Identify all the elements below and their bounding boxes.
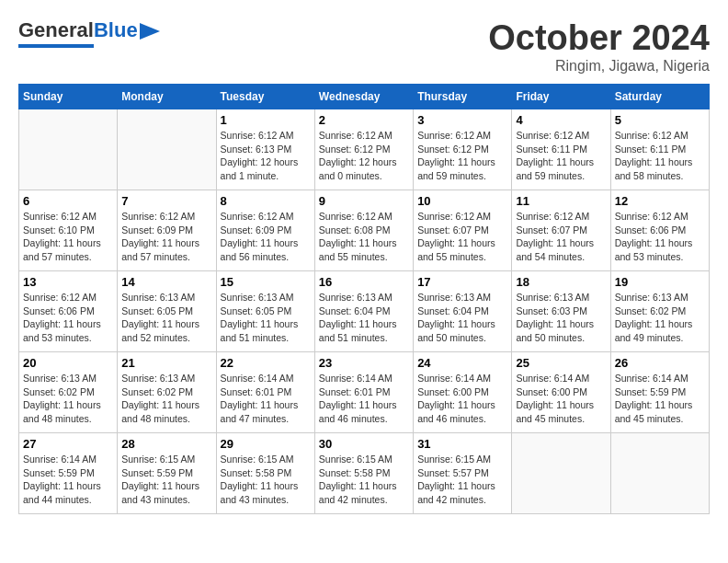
calendar-cell xyxy=(512,433,610,514)
calendar-header-row: SundayMondayTuesdayWednesdayThursdayFrid… xyxy=(19,85,710,109)
day-info: Sunrise: 6:12 AM Sunset: 6:08 PM Dayligh… xyxy=(319,210,409,264)
day-number: 20 xyxy=(23,356,113,370)
day-header-monday: Monday xyxy=(118,85,216,109)
day-number: 21 xyxy=(121,356,211,370)
day-number: 17 xyxy=(417,275,507,289)
calendar-cell: 7Sunrise: 6:12 AM Sunset: 6:09 PM Daylig… xyxy=(118,190,216,271)
day-info: Sunrise: 6:13 AM Sunset: 6:02 PM Dayligh… xyxy=(615,291,705,345)
day-number: 13 xyxy=(23,275,113,289)
day-number: 9 xyxy=(319,194,409,208)
calendar-week-row: 6Sunrise: 6:12 AM Sunset: 6:10 PM Daylig… xyxy=(19,190,710,271)
day-number: 24 xyxy=(417,356,507,370)
day-info: Sunrise: 6:12 AM Sunset: 6:12 PM Dayligh… xyxy=(319,129,409,183)
day-number: 18 xyxy=(516,275,606,289)
day-info: Sunrise: 6:14 AM Sunset: 6:01 PM Dayligh… xyxy=(319,372,409,426)
day-info: Sunrise: 6:13 AM Sunset: 6:02 PM Dayligh… xyxy=(23,372,113,426)
calendar-cell: 17Sunrise: 6:13 AM Sunset: 6:04 PM Dayli… xyxy=(414,271,512,352)
page-header: General Blue October 2024 Ringim, Jigawa… xyxy=(18,18,710,75)
day-header-wednesday: Wednesday xyxy=(314,85,413,109)
day-number: 8 xyxy=(221,194,311,208)
day-number: 27 xyxy=(23,437,113,451)
day-header-sunday: Sunday xyxy=(19,85,118,109)
logo-underline xyxy=(18,44,94,48)
calendar-cell: 6Sunrise: 6:12 AM Sunset: 6:10 PM Daylig… xyxy=(19,190,118,271)
day-info: Sunrise: 6:15 AM Sunset: 5:59 PM Dayligh… xyxy=(121,453,211,507)
day-number: 25 xyxy=(516,356,606,370)
day-info: Sunrise: 6:13 AM Sunset: 6:02 PM Dayligh… xyxy=(121,372,211,426)
day-number: 6 xyxy=(23,194,113,208)
calendar-cell: 10Sunrise: 6:12 AM Sunset: 6:07 PM Dayli… xyxy=(414,190,512,271)
calendar-cell: 28Sunrise: 6:15 AM Sunset: 5:59 PM Dayli… xyxy=(118,433,216,514)
calendar-cell: 5Sunrise: 6:12 AM Sunset: 6:11 PM Daylig… xyxy=(610,109,709,190)
calendar-cell: 15Sunrise: 6:13 AM Sunset: 6:05 PM Dayli… xyxy=(216,271,314,352)
calendar-cell: 30Sunrise: 6:15 AM Sunset: 5:58 PM Dayli… xyxy=(314,433,413,514)
calendar-week-row: 27Sunrise: 6:14 AM Sunset: 5:59 PM Dayli… xyxy=(19,433,710,514)
day-number: 3 xyxy=(417,113,507,127)
day-info: Sunrise: 6:12 AM Sunset: 6:09 PM Dayligh… xyxy=(121,210,211,264)
calendar-cell: 18Sunrise: 6:13 AM Sunset: 6:03 PM Dayli… xyxy=(512,271,610,352)
calendar-cell: 14Sunrise: 6:13 AM Sunset: 6:05 PM Dayli… xyxy=(118,271,216,352)
calendar-cell: 8Sunrise: 6:12 AM Sunset: 6:09 PM Daylig… xyxy=(216,190,314,271)
calendar-cell: 26Sunrise: 6:14 AM Sunset: 5:59 PM Dayli… xyxy=(610,352,709,433)
day-header-saturday: Saturday xyxy=(610,85,709,109)
day-number: 11 xyxy=(516,194,606,208)
day-number: 1 xyxy=(221,113,311,127)
day-info: Sunrise: 6:14 AM Sunset: 6:00 PM Dayligh… xyxy=(417,372,507,426)
calendar-cell: 2Sunrise: 6:12 AM Sunset: 6:12 PM Daylig… xyxy=(314,109,413,190)
logo: General Blue xyxy=(18,18,160,48)
calendar-table: SundayMondayTuesdayWednesdayThursdayFrid… xyxy=(18,84,710,514)
title-area: October 2024 Ringim, Jigawa, Nigeria xyxy=(488,18,710,75)
svg-marker-0 xyxy=(140,23,160,40)
day-header-tuesday: Tuesday xyxy=(216,85,314,109)
day-info: Sunrise: 6:14 AM Sunset: 6:00 PM Dayligh… xyxy=(516,372,606,426)
calendar-cell: 16Sunrise: 6:13 AM Sunset: 6:04 PM Dayli… xyxy=(314,271,413,352)
day-info: Sunrise: 6:15 AM Sunset: 5:58 PM Dayligh… xyxy=(221,453,311,507)
day-info: Sunrise: 6:12 AM Sunset: 6:06 PM Dayligh… xyxy=(615,210,705,264)
calendar-week-row: 20Sunrise: 6:13 AM Sunset: 6:02 PM Dayli… xyxy=(19,352,710,433)
calendar-cell: 29Sunrise: 6:15 AM Sunset: 5:58 PM Dayli… xyxy=(216,433,314,514)
day-number: 19 xyxy=(615,275,705,289)
day-info: Sunrise: 6:14 AM Sunset: 6:01 PM Dayligh… xyxy=(221,372,311,426)
calendar-cell xyxy=(19,109,118,190)
day-info: Sunrise: 6:12 AM Sunset: 6:07 PM Dayligh… xyxy=(516,210,606,264)
day-info: Sunrise: 6:12 AM Sunset: 6:11 PM Dayligh… xyxy=(516,129,606,183)
calendar-cell: 22Sunrise: 6:14 AM Sunset: 6:01 PM Dayli… xyxy=(216,352,314,433)
calendar-cell xyxy=(118,109,216,190)
day-info: Sunrise: 6:12 AM Sunset: 6:07 PM Dayligh… xyxy=(417,210,507,264)
day-info: Sunrise: 6:12 AM Sunset: 6:09 PM Dayligh… xyxy=(221,210,311,264)
day-number: 5 xyxy=(615,113,705,127)
calendar-cell: 25Sunrise: 6:14 AM Sunset: 6:00 PM Dayli… xyxy=(512,352,610,433)
day-number: 31 xyxy=(417,437,507,451)
calendar-cell: 24Sunrise: 6:14 AM Sunset: 6:00 PM Dayli… xyxy=(414,352,512,433)
day-info: Sunrise: 6:12 AM Sunset: 6:06 PM Dayligh… xyxy=(23,291,113,345)
day-number: 30 xyxy=(319,437,409,451)
calendar-cell: 23Sunrise: 6:14 AM Sunset: 6:01 PM Dayli… xyxy=(314,352,413,433)
day-number: 4 xyxy=(516,113,606,127)
day-number: 23 xyxy=(319,356,409,370)
calendar-cell xyxy=(610,433,709,514)
day-number: 26 xyxy=(615,356,705,370)
logo-blue: Blue xyxy=(94,18,138,42)
day-info: Sunrise: 6:13 AM Sunset: 6:04 PM Dayligh… xyxy=(417,291,507,345)
day-info: Sunrise: 6:13 AM Sunset: 6:05 PM Dayligh… xyxy=(221,291,311,345)
calendar-cell: 21Sunrise: 6:13 AM Sunset: 6:02 PM Dayli… xyxy=(118,352,216,433)
day-number: 29 xyxy=(221,437,311,451)
day-header-friday: Friday xyxy=(512,85,610,109)
calendar-cell: 19Sunrise: 6:13 AM Sunset: 6:02 PM Dayli… xyxy=(610,271,709,352)
day-info: Sunrise: 6:14 AM Sunset: 5:59 PM Dayligh… xyxy=(23,453,113,507)
day-number: 14 xyxy=(121,275,211,289)
day-info: Sunrise: 6:15 AM Sunset: 5:57 PM Dayligh… xyxy=(417,453,507,507)
day-info: Sunrise: 6:13 AM Sunset: 6:03 PM Dayligh… xyxy=(516,291,606,345)
calendar-cell: 1Sunrise: 6:12 AM Sunset: 6:13 PM Daylig… xyxy=(216,109,314,190)
calendar-cell: 4Sunrise: 6:12 AM Sunset: 6:11 PM Daylig… xyxy=(512,109,610,190)
day-number: 22 xyxy=(221,356,311,370)
calendar-cell: 12Sunrise: 6:12 AM Sunset: 6:06 PM Dayli… xyxy=(610,190,709,271)
calendar-week-row: 13Sunrise: 6:12 AM Sunset: 6:06 PM Dayli… xyxy=(19,271,710,352)
day-number: 15 xyxy=(221,275,311,289)
calendar-cell: 3Sunrise: 6:12 AM Sunset: 6:12 PM Daylig… xyxy=(414,109,512,190)
logo-arrow-icon xyxy=(140,23,160,40)
day-info: Sunrise: 6:13 AM Sunset: 6:05 PM Dayligh… xyxy=(121,291,211,345)
day-info: Sunrise: 6:12 AM Sunset: 6:13 PM Dayligh… xyxy=(221,129,311,183)
logo-general: General xyxy=(18,18,94,42)
calendar-cell: 31Sunrise: 6:15 AM Sunset: 5:57 PM Dayli… xyxy=(414,433,512,514)
